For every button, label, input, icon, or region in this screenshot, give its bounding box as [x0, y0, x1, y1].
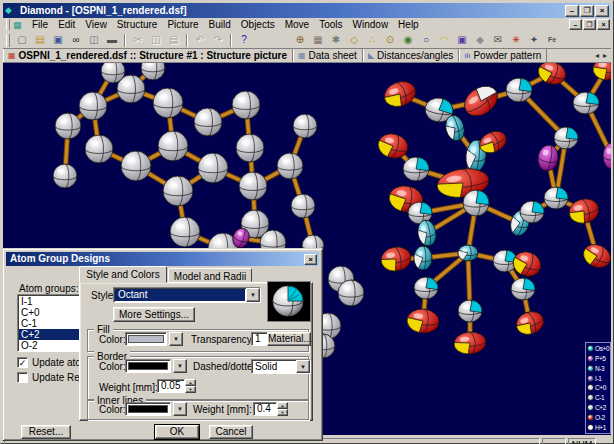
- atom-ellipsoid[interactable]: [414, 246, 432, 270]
- chevron-down-icon[interactable]: ▼: [296, 360, 310, 373]
- title-bar[interactable]: ◆ Diamond - [OSPNI_1_rendered.dsf] – ❐ ×: [3, 3, 611, 18]
- atom-ellipsoid[interactable]: [379, 245, 413, 274]
- atom-ellipsoid[interactable]: [121, 151, 151, 181]
- paste-icon[interactable]: ▤: [165, 33, 183, 48]
- atom-ellipsoid[interactable]: [458, 300, 482, 322]
- inner-color-swatch[interactable]: [125, 402, 171, 416]
- atom-ellipsoid[interactable]: [544, 187, 568, 209]
- menu-file[interactable]: File: [27, 18, 53, 31]
- atom-ellipsoid[interactable]: [170, 217, 200, 247]
- envelope-icon[interactable]: ✉: [489, 33, 507, 48]
- atom-ellipsoid[interactable]: [463, 190, 489, 216]
- context-help-icon[interactable]: ?: [235, 33, 253, 48]
- filled-sphere-icon[interactable]: ◉: [399, 33, 417, 48]
- menu-move[interactable]: Move: [280, 18, 314, 31]
- atom-ellipsoid[interactable]: [198, 153, 228, 183]
- chevron-down-icon[interactable]: ▼: [246, 288, 260, 302]
- style-combobox[interactable]: Octant ▼: [113, 287, 261, 303]
- redo-icon[interactable]: ↷: [209, 33, 227, 48]
- atom-ellipsoid[interactable]: [381, 77, 419, 110]
- find-icon[interactable]: ∞: [67, 33, 85, 48]
- menu-objects[interactable]: Objects: [236, 18, 280, 31]
- atom-ellipsoid[interactable]: [506, 78, 532, 102]
- add-atom-icon[interactable]: ⊙: [381, 33, 399, 48]
- minimize-button[interactable]: –: [565, 5, 579, 17]
- reset-button[interactable]: Reset...: [21, 425, 71, 439]
- atom-ellipsoid[interactable]: [53, 164, 77, 188]
- tab-powder-pattern[interactable]: ılıPowder pattern: [459, 49, 547, 62]
- atom-ellipsoid[interactable]: [513, 308, 547, 338]
- atom-ellipsoid[interactable]: [158, 131, 188, 161]
- restore-button[interactable]: ❐: [580, 5, 594, 17]
- new-icon[interactable]: ▢: [13, 33, 31, 48]
- atom-ellipsoid[interactable]: [406, 308, 440, 335]
- atom-ellipsoid[interactable]: [163, 176, 193, 206]
- dialog-title-bar[interactable]: Atom Group Designs ×: [6, 252, 319, 266]
- inner-weight-spinner[interactable]: ▲▼: [277, 402, 288, 416]
- atom-ellipsoid[interactable]: [403, 157, 429, 181]
- atom-ellipsoid[interactable]: [593, 63, 611, 80]
- toolbar-gripper[interactable]: [6, 34, 10, 47]
- border-color-dropdown-icon[interactable]: ▼: [173, 359, 187, 373]
- atom-ellipsoid[interactable]: [520, 201, 544, 223]
- atom-ellipsoid[interactable]: [291, 194, 315, 218]
- hexagon-icon[interactable]: ○: [417, 33, 435, 48]
- cluster-icon[interactable]: ∴: [363, 33, 381, 48]
- atom-ellipsoid[interactable]: [55, 113, 81, 139]
- atom-ellipsoid[interactable]: [511, 278, 535, 300]
- print-icon[interactable]: ▬: [103, 33, 121, 48]
- add-molecule-icon[interactable]: ✱: [327, 33, 345, 48]
- tab-data-sheet[interactable]: ▦Data sheet: [293, 49, 363, 62]
- dashed-dotted-combobox[interactable]: Solid ▼: [251, 359, 311, 374]
- menu-picture[interactable]: Picture: [162, 18, 203, 31]
- close-button[interactable]: ×: [595, 5, 609, 17]
- child-close-button[interactable]: ×: [597, 19, 610, 30]
- document-icon[interactable]: ▦: [13, 20, 25, 30]
- pick-atoms-icon[interactable]: ⊕: [291, 33, 309, 48]
- menubar-gripper[interactable]: [6, 19, 10, 30]
- atom-ellipsoid[interactable]: [573, 92, 599, 114]
- print-preview-icon[interactable]: ◫: [85, 33, 103, 48]
- polyhedra-icon[interactable]: ◇: [345, 33, 363, 48]
- tab-model-and-radii[interactable]: Model and Radii: [168, 268, 252, 282]
- save-icon[interactable]: ▣: [49, 33, 67, 48]
- resize-grip[interactable]: [598, 438, 610, 444]
- border-weight-input[interactable]: 0.05: [157, 379, 185, 393]
- undo-icon[interactable]: ↶: [191, 33, 209, 48]
- menu-tools[interactable]: Tools: [314, 18, 347, 31]
- atom-ellipsoid[interactable]: [554, 127, 578, 149]
- diamond-app-icon[interactable]: ◆: [5, 5, 17, 16]
- copy-icon[interactable]: ◫: [147, 33, 165, 48]
- atom-ellipsoid[interactable]: [85, 135, 113, 163]
- menu-structure[interactable]: Structure: [112, 18, 163, 31]
- menu-view[interactable]: View: [80, 18, 112, 31]
- arc-icon[interactable]: ◠: [435, 33, 453, 48]
- connectivity-icon[interactable]: ▦: [309, 33, 327, 48]
- menu-help[interactable]: Help: [393, 18, 424, 31]
- menu-build[interactable]: Build: [204, 18, 236, 31]
- child-minimize-button[interactable]: –: [569, 19, 582, 30]
- atom-ellipsoid[interactable]: [194, 108, 222, 136]
- inner-weight-input[interactable]: 0.4: [253, 402, 277, 416]
- child-restore-button[interactable]: ❐: [583, 19, 596, 30]
- cancel-button[interactable]: Cancel: [209, 425, 253, 439]
- atom-ellipsoid[interactable]: [458, 245, 478, 261]
- atom-ellipsoid[interactable]: [153, 88, 183, 118]
- atom-ellipsoid[interactable]: [101, 63, 125, 83]
- atom-ellipsoid[interactable]: [236, 134, 264, 162]
- fe-atom-icon[interactable]: Fe: [543, 33, 561, 48]
- material-button[interactable]: Material...: [267, 332, 311, 346]
- destroy-icon[interactable]: ✳: [507, 33, 525, 48]
- tab-scroll-right-icon[interactable]: ▸: [601, 51, 609, 60]
- border-color-swatch[interactable]: [125, 359, 171, 373]
- tab-style-and-colors[interactable]: Style and Colors: [79, 266, 167, 283]
- tab-scroll-left-icon[interactable]: ◂: [593, 51, 601, 60]
- atom-ellipsoid[interactable]: [239, 172, 267, 200]
- border-weight-spinner[interactable]: ▲▼: [185, 379, 196, 393]
- atom-ellipsoid[interactable]: [580, 240, 611, 272]
- star-icon[interactable]: ✦: [525, 33, 543, 48]
- fill-color-dropdown-icon[interactable]: ▼: [169, 332, 183, 346]
- atom-ellipsoid[interactable]: [453, 331, 487, 356]
- solid-diamond-icon[interactable]: ◆: [471, 33, 489, 48]
- menu-window[interactable]: Window: [348, 18, 394, 31]
